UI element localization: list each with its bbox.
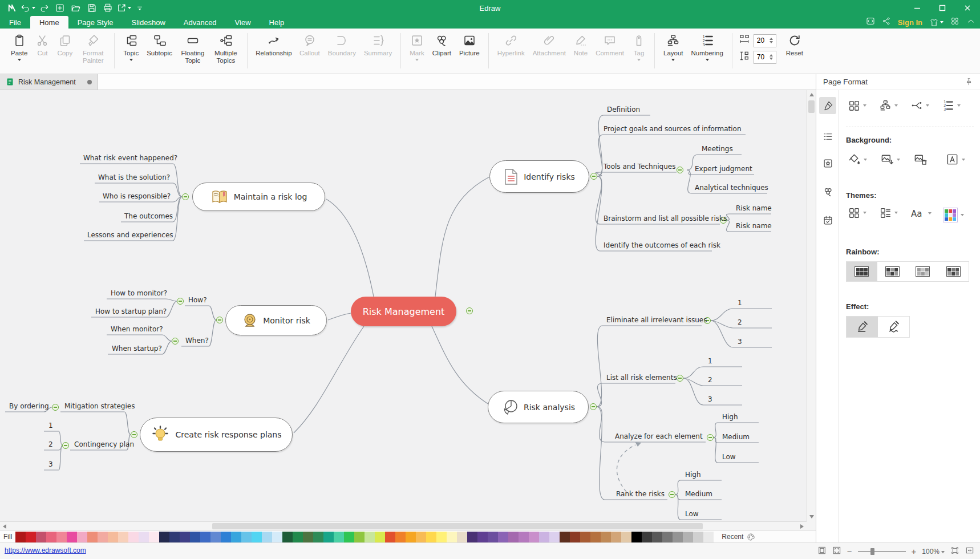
- mark-button[interactable]: Mark: [406, 33, 428, 61]
- fill-color-swatch[interactable]: [365, 532, 375, 542]
- apps-grid-icon[interactable]: [950, 17, 959, 28]
- subtopic-label[interactable]: When monitor?: [111, 325, 163, 333]
- zoom-out-button[interactable]: −: [847, 547, 852, 556]
- collapse-icon[interactable]: [590, 173, 597, 180]
- picture-button[interactable]: Picture: [455, 33, 484, 57]
- menu-help[interactable]: Help: [260, 16, 294, 29]
- background-image-button[interactable]: [880, 153, 900, 166]
- layout-button[interactable]: Layout: [659, 33, 687, 61]
- subtopic-label[interactable]: Brainstorm and list all possible risks: [604, 214, 727, 222]
- callout-button[interactable]: Callout: [295, 33, 324, 57]
- zoom-in-button[interactable]: +: [912, 547, 917, 556]
- subtopic-label[interactable]: Identify the outcomes of each risk: [604, 241, 720, 249]
- subtopic-label[interactable]: Expert judgment: [695, 165, 752, 173]
- new-document-button[interactable]: [52, 1, 67, 15]
- fill-color-swatch[interactable]: [385, 532, 395, 542]
- subtopic-label[interactable]: Risk name: [736, 204, 772, 212]
- fill-color-swatch[interactable]: [190, 532, 200, 542]
- format-painter-button[interactable]: Format Painter: [76, 33, 110, 64]
- fill-color-swatch[interactable]: [128, 532, 139, 542]
- fill-color-swatch[interactable]: [529, 532, 539, 542]
- panel-tab-mark-icon[interactable]: [819, 155, 836, 172]
- fill-color-swatch[interactable]: [159, 532, 169, 542]
- theme-colors-button[interactable]: [943, 208, 964, 222]
- subtopic-label[interactable]: Low: [722, 453, 736, 461]
- export-button[interactable]: [116, 1, 131, 15]
- edrawsoft-link[interactable]: https://www.edrawsoft.com: [5, 546, 86, 554]
- menu-home[interactable]: Home: [30, 16, 68, 29]
- fill-color-swatch[interactable]: [67, 532, 77, 542]
- fill-color-swatch[interactable]: [652, 532, 662, 542]
- fill-color-swatch[interactable]: [426, 532, 436, 542]
- topic-monitor-risk[interactable]: Monitor risk: [225, 305, 327, 335]
- fill-color-swatch[interactable]: [375, 532, 385, 542]
- fill-color-swatch[interactable]: [642, 532, 652, 542]
- topic-button[interactable]: Topic: [119, 33, 143, 61]
- scroll-up-arrow[interactable]: [809, 93, 814, 96]
- tag-dropdown-caret[interactable]: [637, 59, 641, 61]
- fill-color-swatch[interactable]: [15, 532, 26, 542]
- fill-color-swatch[interactable]: [354, 532, 365, 542]
- subtopic-label[interactable]: Lessons and experiences: [87, 231, 173, 239]
- spin-up-icon[interactable]: [770, 54, 773, 56]
- tag-button[interactable]: Tag: [628, 33, 650, 61]
- subtopic-label[interactable]: 3: [708, 395, 712, 403]
- subtopic-label[interactable]: Analytical techniques: [695, 184, 768, 192]
- theme-gallery-button[interactable]: [848, 206, 866, 219]
- numbering-dropdown-caret[interactable]: [706, 59, 709, 61]
- subtopic-label[interactable]: How to monitor?: [111, 289, 167, 297]
- fill-color-swatch[interactable]: [303, 532, 313, 542]
- fill-color-swatch[interactable]: [200, 532, 210, 542]
- fill-color-swatch[interactable]: [180, 532, 190, 542]
- effect-option-normal[interactable]: [847, 317, 878, 337]
- fill-color-swatch[interactable]: [621, 532, 631, 542]
- fill-color-swatch[interactable]: [498, 532, 508, 542]
- background-fill-button[interactable]: [848, 153, 867, 166]
- horizontal-spacing-stepper[interactable]: [754, 34, 776, 47]
- rainbow-option-1[interactable]: [847, 262, 877, 281]
- subtopic-label[interactable]: Analyze for each element: [615, 432, 703, 440]
- subtopic-label[interactable]: Meetings: [702, 145, 733, 153]
- redo-button[interactable]: [37, 1, 51, 15]
- fit-width-icon[interactable]: [965, 546, 974, 557]
- spin-down-icon[interactable]: [770, 41, 773, 43]
- print-button[interactable]: [100, 1, 115, 15]
- numbering-button[interactable]: 123 Numbering: [687, 33, 727, 61]
- save-button[interactable]: [84, 1, 99, 15]
- fill-color-swatch[interactable]: [77, 532, 87, 542]
- subtopic-label[interactable]: 2: [738, 318, 742, 326]
- topic-identify-risks[interactable]: Identify risks: [489, 160, 589, 193]
- collapse-ribbon-icon[interactable]: [966, 17, 975, 28]
- fill-color-swatch[interactable]: [601, 532, 611, 542]
- fill-color-swatch[interactable]: [395, 532, 406, 542]
- fill-color-swatch[interactable]: [118, 532, 128, 542]
- fill-color-swatch[interactable]: [703, 532, 714, 542]
- fit-to-window-icon[interactable]: [950, 546, 959, 557]
- customize-toolbar-icon[interactable]: [132, 1, 147, 15]
- collapse-icon[interactable]: [669, 491, 675, 498]
- reading-view-icon[interactable]: [817, 546, 827, 557]
- subtopic-label[interactable]: Low: [685, 510, 699, 518]
- scroll-down-arrow[interactable]: [809, 515, 814, 519]
- fill-color-swatch[interactable]: [252, 532, 262, 542]
- horizontal-scrollbar[interactable]: [0, 521, 807, 530]
- copy-button[interactable]: Copy: [53, 33, 76, 57]
- fill-color-swatch[interactable]: [139, 532, 149, 542]
- collapse-icon[interactable]: [707, 434, 714, 441]
- effect-option-sketch[interactable]: [878, 317, 909, 337]
- fill-color-swatch[interactable]: [693, 532, 703, 542]
- subtopic-label[interactable]: 1: [738, 299, 742, 307]
- fill-color-swatch[interactable]: [631, 532, 642, 542]
- sign-in-link[interactable]: Sign In: [898, 18, 922, 27]
- fill-color-swatch[interactable]: [673, 532, 683, 542]
- cut-button[interactable]: Cut: [31, 33, 53, 57]
- horizontal-scroll-thumb[interactable]: [212, 523, 703, 529]
- zoom-slider-thumb[interactable]: [870, 548, 874, 555]
- menu-view[interactable]: View: [226, 16, 260, 29]
- subtopic-label[interactable]: Definition: [607, 106, 640, 114]
- connector-style-button[interactable]: [910, 99, 929, 112]
- summary-button[interactable]: Summary: [360, 33, 396, 57]
- undo-dropdown-caret[interactable]: [32, 7, 35, 9]
- palette-icon[interactable]: [747, 533, 755, 541]
- fill-color-swatch[interactable]: [169, 532, 180, 542]
